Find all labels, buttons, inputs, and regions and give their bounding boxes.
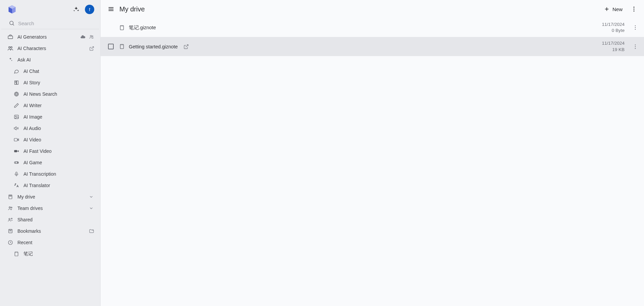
nav-ai-sub: AI Chat AI Story AI News Search AI Write… (0, 65, 100, 191)
file-list: 笔记.giznote 11/17/2024 0 Byte Getting sta… (101, 18, 644, 56)
file-name: Getting started.giznote (129, 44, 178, 49)
checkbox[interactable] (108, 44, 114, 49)
nav-label: AI Fast Video (23, 148, 94, 154)
sidebar-item-my-drive[interactable]: My drive (0, 191, 100, 203)
row-more-icon[interactable] (631, 25, 639, 31)
nav-label: Recent (17, 240, 94, 245)
sidebar-item-ai-characters[interactable]: AI Characters (0, 43, 100, 54)
svg-point-31 (11, 218, 12, 219)
search-input[interactable] (18, 20, 93, 26)
search-row[interactable] (1, 17, 99, 29)
nav-label: 笔记 (23, 251, 94, 257)
video-icon (13, 137, 19, 143)
avatar[interactable]: f (85, 5, 94, 14)
row-more-icon[interactable] (631, 44, 639, 50)
svg-point-50 (635, 26, 636, 26)
book-icon (13, 80, 19, 86)
nav-label: AI Translator (23, 183, 94, 188)
svg-point-44 (634, 7, 635, 8)
svg-point-57 (635, 44, 636, 45)
sidebar-item-ai-story[interactable]: AI Story (0, 77, 100, 88)
nav-label: AI Generators (17, 34, 76, 40)
sidebar-item-ai-image[interactable]: AI Image (0, 111, 100, 123)
sidebar: f AI Generators (0, 0, 101, 306)
sidebar-item-ai-news[interactable]: AI News Search (0, 88, 100, 100)
svg-rect-27 (9, 195, 11, 196)
image-icon (13, 114, 19, 120)
note-file-icon (119, 25, 125, 31)
people-icon (7, 45, 13, 51)
checkbox-slot[interactable] (107, 44, 115, 49)
svg-point-30 (9, 218, 10, 220)
svg-point-45 (634, 9, 635, 10)
audio-icon (13, 125, 19, 131)
nav-label: AI Audio (23, 126, 94, 131)
sidebar-item-bookmarks[interactable]: Bookmarks (0, 225, 100, 237)
nav-sections: My drive Team drives Shared Bookmarks Re… (0, 191, 100, 260)
sidebar-item-ai-game[interactable]: AI Game (0, 157, 100, 168)
svg-point-46 (634, 10, 635, 11)
file-size: 19 KB (602, 47, 625, 53)
sidebar-item-ai-fast-video[interactable]: AI Fast Video (0, 145, 100, 157)
sidebar-item-ai-writer[interactable]: AI Writer (0, 100, 100, 111)
svg-point-23 (17, 163, 18, 163)
sidebar-item-shared[interactable]: Shared (0, 214, 100, 225)
file-date: 11/17/2024 (602, 40, 625, 46)
avatar-letter: f (89, 7, 90, 12)
mic-icon (13, 171, 19, 177)
sidebar-item-ai-video[interactable]: AI Video (0, 134, 100, 145)
svg-point-6 (11, 47, 12, 48)
nav-label: AI News Search (23, 91, 94, 97)
sidebar-item-recent[interactable]: Recent (0, 237, 100, 248)
chat-icon (13, 68, 19, 74)
sidebar-item-ai-generators[interactable]: AI Generators (0, 31, 100, 43)
sidebar-item-ask-ai[interactable]: Ask AI (0, 54, 100, 65)
main-content: My drive New 笔记.giznote 11/17/2024 0 Byt… (101, 0, 644, 306)
file-meta: 11/17/2024 0 Byte (602, 21, 627, 34)
svg-point-0 (10, 21, 13, 25)
new-button-label: New (612, 6, 623, 12)
sidebar-item-team-drives[interactable]: Team drives (0, 203, 100, 214)
file-name: 笔记.giznote (129, 25, 156, 31)
menu-icon[interactable] (107, 5, 115, 13)
cloud-icon[interactable] (80, 34, 86, 40)
new-folder-icon[interactable] (89, 228, 94, 234)
nav-label: AI Chat (23, 69, 94, 74)
clock-icon (7, 239, 13, 246)
svg-point-4 (92, 36, 93, 37)
group-icon[interactable] (89, 34, 94, 40)
pen-icon (13, 102, 19, 108)
sparkle-icon[interactable] (73, 6, 79, 13)
svg-line-56 (186, 45, 188, 47)
svg-rect-32 (9, 229, 12, 233)
gamepad-icon (13, 160, 19, 166)
sidebar-item-ai-translator[interactable]: AI Translator (0, 180, 100, 191)
nav-label: Team drives (17, 206, 84, 211)
app-logo[interactable] (7, 5, 17, 14)
file-row[interactable]: Getting started.giznote 11/17/2024 19 KB (101, 37, 644, 56)
sidebar-item-ai-transcription[interactable]: AI Transcription (0, 168, 100, 180)
sidebar-header: f (0, 0, 100, 17)
sidebar-recent-file[interactable]: 笔记 (0, 248, 100, 260)
topbar: My drive New (101, 0, 644, 18)
sidebar-item-ai-audio[interactable]: AI Audio (0, 123, 100, 134)
svg-rect-24 (16, 172, 17, 174)
svg-point-59 (635, 48, 636, 49)
more-icon[interactable] (631, 6, 637, 12)
chevron-down-icon[interactable] (88, 194, 94, 200)
chevron-down-icon[interactable] (88, 205, 94, 211)
open-external-icon[interactable] (183, 44, 189, 50)
team-icon (7, 205, 13, 211)
file-row[interactable]: 笔记.giznote 11/17/2024 0 Byte (101, 18, 644, 37)
nav-label: AI Transcription (23, 171, 94, 177)
search-icon (9, 20, 15, 26)
svg-point-29 (11, 207, 12, 208)
open-external-icon[interactable] (89, 46, 94, 51)
note-file-icon (119, 44, 125, 50)
new-button[interactable]: New (602, 5, 625, 13)
svg-marker-14 (14, 127, 16, 130)
svg-point-28 (9, 207, 10, 208)
sidebar-item-ai-chat[interactable]: AI Chat (0, 65, 100, 77)
shared-icon (7, 217, 13, 223)
nav-label: AI Video (23, 137, 94, 142)
